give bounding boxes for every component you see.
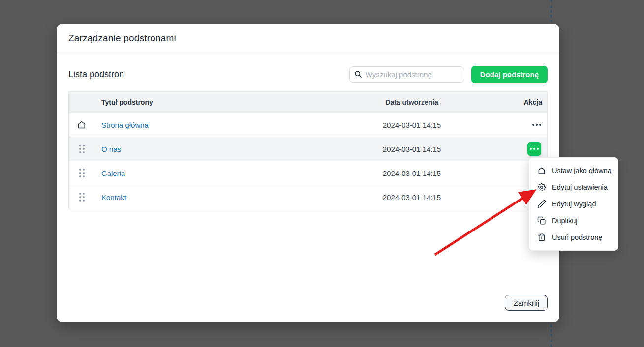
add-subpage-button[interactable]: Dodaj podstronę — [471, 66, 548, 83]
search-box — [349, 66, 464, 83]
created-cell: 2024-03-01 14:15 — [331, 169, 493, 177]
row-icon-cell — [69, 145, 94, 153]
page-link[interactable]: O nas — [101, 145, 121, 153]
home-icon — [537, 166, 546, 175]
page-title-cell: Strona główna — [94, 121, 331, 129]
list-toolbar: Lista podstron Dodaj podstronę — [68, 66, 548, 83]
header-created: Data utworzenia — [331, 98, 493, 106]
header-action: Akcja — [493, 98, 547, 106]
table-row-galeria: Galeria 2024-03-01 14:15 — [69, 161, 547, 185]
row-icon-cell — [69, 169, 94, 177]
search-icon — [354, 70, 362, 78]
action-cell — [493, 124, 547, 126]
modal-title: Zarządzanie podstronami — [68, 33, 176, 44]
modal-body: Lista podstron Dodaj podstronę Tytuł pod… — [57, 53, 559, 221]
gear-icon — [537, 183, 546, 192]
drag-handle-icon[interactable] — [79, 145, 85, 153]
menu-item-label: Duplikuj — [552, 217, 578, 225]
pencil-icon — [537, 200, 546, 208]
created-cell: 2024-03-01 14:15 — [331, 145, 493, 153]
table-header-row: Tytuł podstrony Data utworzenia Akcja — [69, 91, 547, 113]
page-title-cell: Galeria — [94, 169, 331, 177]
menu-item-edit-appearance[interactable]: Edytuj wygląd — [529, 196, 618, 212]
menu-item-label: Edytuj ustawienia — [552, 183, 608, 191]
copy-icon — [537, 216, 546, 225]
page-link[interactable]: Galeria — [101, 169, 125, 177]
modal-header: Zarządzanie podstronami — [57, 24, 559, 53]
menu-item-label: Ustaw jako główną — [552, 167, 612, 174]
header-title: Tytuł podstrony — [94, 98, 331, 106]
manage-subpages-modal: Zarządzanie podstronami Lista podstron D… — [57, 24, 559, 322]
list-heading: Lista podstron — [68, 69, 124, 80]
page-title-cell: Kontakt — [94, 193, 331, 202]
more-actions-button-active[interactable] — [527, 142, 541, 156]
menu-item-label: Edytuj wygląd — [552, 200, 596, 208]
desktop-background: Zarządzanie podstronami Lista podstron D… — [0, 0, 644, 347]
menu-item-delete[interactable]: Usuń podstronę — [529, 229, 618, 246]
home-icon — [77, 120, 87, 130]
page-link[interactable]: Strona główna — [101, 121, 149, 129]
menu-item-label: Usuń podstronę — [552, 233, 602, 241]
row-context-menu: Ustaw jako główną Edytuj ustawienia Edyt… — [529, 157, 618, 251]
search-input[interactable] — [349, 66, 464, 83]
subpages-table: Tytuł podstrony Data utworzenia Akcja St… — [68, 91, 548, 209]
table-row-home: Strona główna 2024-03-01 14:15 — [69, 113, 547, 137]
more-actions-icon[interactable] — [532, 124, 541, 126]
drag-handle-icon[interactable] — [79, 193, 85, 202]
action-cell — [493, 142, 547, 156]
table-row-o-nas: O nas 2024-03-01 14:15 — [69, 137, 547, 161]
page-link[interactable]: Kontakt — [101, 193, 126, 202]
row-icon-cell — [69, 193, 94, 202]
created-cell: 2024-03-01 14:15 — [331, 193, 493, 202]
close-button[interactable]: Zamknij — [505, 295, 548, 311]
page-title-cell: O nas — [94, 145, 331, 153]
menu-item-set-as-home[interactable]: Ustaw jako główną — [529, 162, 618, 179]
menu-item-duplicate[interactable]: Duplikuj — [529, 212, 618, 229]
drag-handle-icon[interactable] — [79, 169, 85, 177]
created-cell: 2024-03-01 14:15 — [331, 121, 493, 129]
menu-item-edit-settings[interactable]: Edytuj ustawienia — [529, 179, 618, 196]
row-icon-cell — [69, 120, 94, 130]
trash-icon — [537, 233, 546, 242]
table-row-kontakt: Kontakt 2024-03-01 14:15 — [69, 185, 547, 209]
